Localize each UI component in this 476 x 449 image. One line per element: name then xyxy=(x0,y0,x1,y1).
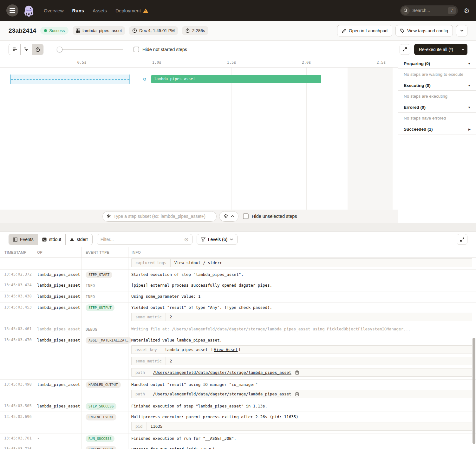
hide-not-started-checkbox[interactable] xyxy=(134,47,139,52)
search-input[interactable] xyxy=(410,8,448,13)
view-tags-config-button[interactable]: View tags and config xyxy=(395,25,453,36)
metadata-link[interactable]: View Asset xyxy=(214,347,238,352)
graph-query-toggle-button[interactable] xyxy=(219,211,238,222)
event-type-cell: HANDLED_OUTPUT xyxy=(82,380,128,401)
search-icon xyxy=(401,6,410,15)
reexecute-menu-button[interactable] xyxy=(458,44,467,55)
stderr-warning-icon xyxy=(70,238,74,241)
gantt-view-mode-group xyxy=(9,44,43,55)
event-row[interactable]: captured_logsView stdout / stderr xyxy=(0,258,476,270)
zoom-slider-thumb[interactable] xyxy=(57,47,62,52)
metadata-key: captured_logs xyxy=(132,259,171,267)
event-timestamp: 13:45:03.438 xyxy=(0,291,33,302)
nav-item-assets[interactable]: Assets xyxy=(93,8,107,13)
metadata-link[interactable]: /Users/alangenfeld/data/dagster/storage/… xyxy=(153,392,291,396)
levels-dropdown[interactable]: Levels (6) xyxy=(197,234,238,245)
after-run-end-region xyxy=(348,68,393,210)
events-rows: captured_logsView stdout / stderr13:45:0… xyxy=(0,258,476,449)
global-search[interactable]: / xyxy=(400,5,458,16)
event-row[interactable]: 13:45:03.470lambda_pipes_assetASSET_MATE… xyxy=(0,335,476,380)
log-filter-input[interactable] xyxy=(101,237,184,242)
tab-label: stdout xyxy=(49,237,61,242)
nav-item-label: Overview xyxy=(44,8,64,13)
nav-item-deployment[interactable]: Deployment xyxy=(115,8,148,13)
gantt-fullscreen-button[interactable] xyxy=(400,44,410,55)
metadata-link[interactable]: /Users/alangenfeld/data/dagster/storage/… xyxy=(153,370,291,375)
grid-icon xyxy=(76,29,80,33)
event-info-cell: captured_logsView stdout / stderr xyxy=(128,258,476,270)
event-op: lambda_pipes_asset xyxy=(33,335,82,379)
event-message: Finished execution of run for "__ASSET_J… xyxy=(131,436,472,441)
metadata-value-text: 2 xyxy=(170,315,172,319)
clear-filter-icon[interactable]: ⊗ xyxy=(184,237,189,242)
event-row[interactable]: 13:45:02.372lambda_pipes_assetSTEP_START… xyxy=(0,270,476,280)
event-timestamp: 13:45:03.470 xyxy=(0,335,33,379)
gantt-footer: Hide unselected steps xyxy=(0,210,398,223)
event-type-badge: HANDLED_OUTPUT xyxy=(86,381,121,388)
timeline-gridline xyxy=(231,68,232,210)
timeline-gridline xyxy=(306,68,307,210)
run-header: 23ab2414 Success lambda_pipes_asset Dec … xyxy=(0,21,476,41)
gantt-region: 0.5s1.0s1.5s2.0s2.5s lambda_pipes_asset xyxy=(0,58,476,223)
tab-label: Events xyxy=(20,237,34,242)
nav-item-overview[interactable]: Overview xyxy=(44,8,64,13)
event-op: lambda_pipes_asset xyxy=(33,303,82,324)
open-in-launchpad-button[interactable]: Open in Launchpad xyxy=(337,25,392,36)
reexecute-all-button[interactable]: Re-execute all (*) xyxy=(414,44,458,55)
event-op xyxy=(33,258,82,270)
event-type-cell: DEBUG xyxy=(82,324,128,335)
event-row[interactable]: 13:45:03.498lambda_pipes_assetHANDLED_OU… xyxy=(0,380,476,401)
step-start-marker-icon xyxy=(143,78,146,81)
menu-button[interactable] xyxy=(6,4,18,16)
tab-stderr[interactable]: stderr xyxy=(65,234,92,245)
run-header-more-button[interactable] xyxy=(456,25,467,36)
event-row[interactable]: 13:45:03.424lambda_pipes_assetINFO[pipes… xyxy=(0,280,476,291)
event-timestamp: 13:45:02.372 xyxy=(0,270,33,280)
metadata-key: path xyxy=(132,390,149,398)
events-fullscreen-button[interactable] xyxy=(457,234,467,245)
gantt-step-bar[interactable]: lambda_pipes_asset xyxy=(151,75,321,83)
event-type-cell xyxy=(82,258,128,270)
sidebar-section-header[interactable]: Errored (0)▼ xyxy=(398,102,476,113)
copy-icon[interactable] xyxy=(295,370,299,375)
event-message: Finished execution of step "lambda_pipes… xyxy=(131,404,472,408)
metadata-value: /Users/alangenfeld/data/dagster/storage/… xyxy=(149,368,303,376)
sidebar-section-header[interactable]: Succeeded (1)▶ xyxy=(398,124,476,134)
dagster-logo-icon[interactable] xyxy=(22,4,36,17)
event-row[interactable]: 13:45:03.438lambda_pipes_assetINFOUsing … xyxy=(0,291,476,303)
triangle-right-icon: ▶ xyxy=(468,128,471,131)
event-row[interactable]: 13:45:03.461lambda_pipes_assetDEBUGWriti… xyxy=(0,324,476,335)
event-row[interactable]: 13:45:03.505lambda_pipes_assetSTEP_SUCCE… xyxy=(0,401,476,412)
sidebar-section-title: Preparing (0) xyxy=(404,61,430,66)
event-message: Started execution of step "lambda_pipes_… xyxy=(131,272,472,277)
event-timestamp: 13:45:03.505 xyxy=(0,401,33,412)
event-row[interactable]: 13:45:03.701-RUN_SUCCESSFinished executi… xyxy=(0,433,476,444)
nav-item-runs[interactable]: Runs xyxy=(72,8,84,13)
levels-label: Levels (6) xyxy=(208,237,227,242)
event-info-cell: Started execution of step "lambda_pipes_… xyxy=(128,270,476,280)
job-pill[interactable]: lambda_pipes_asset xyxy=(73,26,125,35)
event-row[interactable]: 13:45:03.453lambda_pipes_assetSTEP_OUTPU… xyxy=(0,303,476,324)
metadata-value: View stdout / stderr xyxy=(171,259,226,267)
view-mode-timed-button[interactable] xyxy=(32,44,43,55)
tab-events[interactable]: Events xyxy=(9,234,38,245)
start-time: Dec 4, 1:45:01 PM xyxy=(139,28,175,33)
tab-stdout[interactable]: stdout xyxy=(38,234,65,245)
hide-not-started-label: Hide not started steps xyxy=(142,47,187,52)
step-subset-input[interactable] xyxy=(114,214,212,219)
event-row[interactable]: 13:45:03.716-ENGINE_EVENTProcess for run… xyxy=(0,444,476,449)
events-scrollbar-thumb[interactable] xyxy=(473,338,475,444)
zoom-slider[interactable] xyxy=(57,49,123,50)
event-type-badge: INFO xyxy=(86,293,95,300)
sidebar-section-header[interactable]: Preparing (0)▼ xyxy=(398,58,476,69)
chevron-down-icon xyxy=(460,29,464,32)
sidebar-section-header[interactable]: Executing (0)▼ xyxy=(398,80,476,91)
hide-unselected-checkbox[interactable] xyxy=(243,213,249,219)
event-op: lambda_pipes_asset xyxy=(33,291,82,302)
view-mode-waterfall-button[interactable] xyxy=(20,44,32,55)
event-row[interactable]: 13:45:03.696-ENGINE_EVENTMultiprocess ex… xyxy=(0,412,476,433)
event-message: Process for run exited (pid: 11635). xyxy=(131,447,472,449)
copy-icon[interactable] xyxy=(295,392,299,396)
gear-icon[interactable]: ⚙ xyxy=(464,7,470,14)
view-mode-flat-button[interactable] xyxy=(9,44,20,55)
